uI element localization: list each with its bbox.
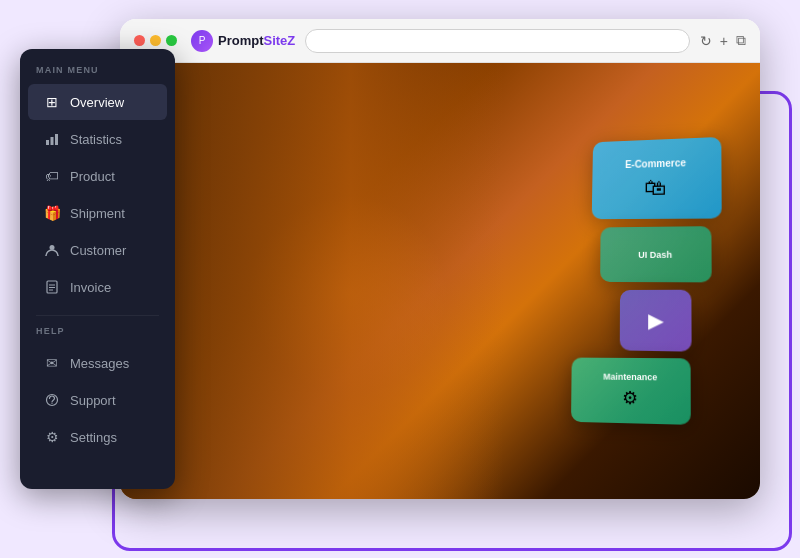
messages-label: Messages <box>70 356 129 371</box>
card-ecommerce: E-Commerce 🛍 <box>592 137 722 219</box>
sidebar-item-invoice[interactable]: Invoice <box>28 269 167 305</box>
sidebar-item-support[interactable]: Support <box>28 382 167 418</box>
card-play: ▶ <box>620 290 692 352</box>
traffic-lights <box>134 35 177 46</box>
overview-label: Overview <box>70 95 124 110</box>
shipment-icon: 🎁 <box>44 205 60 221</box>
hero-image: E-Commerce 🛍 UI Dash ▶ Maintenance ⚙ <box>120 63 760 499</box>
sidebar-item-messages[interactable]: ✉ Messages <box>28 345 167 381</box>
person-silhouette <box>120 63 504 499</box>
sidebar: MAIN MENU ⊞ Overview Statistics 🏷 Produc… <box>20 49 175 489</box>
support-icon <box>44 392 60 408</box>
card-ui-dash: UI Dash <box>600 226 712 282</box>
floating-cards: E-Commerce 🛍 UI Dash ▶ Maintenance ⚙ <box>570 139 720 423</box>
sidebar-item-overview[interactable]: ⊞ Overview <box>28 84 167 120</box>
sidebar-item-statistics[interactable]: Statistics <box>28 121 167 157</box>
close-button[interactable] <box>134 35 145 46</box>
card-maintenance: Maintenance ⚙ <box>571 358 691 425</box>
product-label: Product <box>70 169 115 184</box>
grid-icon: ⊞ <box>44 94 60 110</box>
tabs-icon[interactable]: ⧉ <box>736 32 746 49</box>
browser-content: E-Commerce 🛍 UI Dash ▶ Maintenance ⚙ <box>120 63 760 499</box>
add-tab-icon[interactable]: + <box>720 33 728 49</box>
brand: P PromptSiteZ <box>191 30 295 52</box>
product-icon: 🏷 <box>44 168 60 184</box>
svg-rect-0 <box>46 140 49 145</box>
maintenance-label: Maintenance <box>603 372 657 383</box>
statistics-label: Statistics <box>70 132 122 147</box>
url-bar[interactable] <box>305 29 690 53</box>
shipment-label: Shipment <box>70 206 125 221</box>
browser-actions: ↻ + ⧉ <box>700 32 746 49</box>
svg-point-9 <box>51 403 52 404</box>
bag-icon: 🛍 <box>644 174 666 200</box>
sidebar-item-customer[interactable]: Customer <box>28 232 167 268</box>
sidebar-item-shipment[interactable]: 🎁 Shipment <box>28 195 167 231</box>
minimize-button[interactable] <box>150 35 161 46</box>
main-menu-label: MAIN MENU <box>20 65 175 83</box>
statistics-icon <box>44 131 60 147</box>
svg-rect-1 <box>51 137 54 145</box>
url-input[interactable] <box>316 35 679 47</box>
sidebar-divider <box>36 315 159 316</box>
help-label: HELP <box>20 326 175 344</box>
customer-label: Customer <box>70 243 126 258</box>
invoice-icon <box>44 279 60 295</box>
ecommerce-label: E-Commerce <box>625 157 686 170</box>
sidebar-item-settings[interactable]: ⚙ Settings <box>28 419 167 455</box>
messages-icon: ✉ <box>44 355 60 371</box>
invoice-label: Invoice <box>70 280 111 295</box>
svg-rect-2 <box>55 134 58 145</box>
refresh-icon[interactable]: ↻ <box>700 33 712 49</box>
browser-window: P PromptSiteZ ↻ + ⧉ E-Commerce <box>120 19 760 499</box>
brand-name: PromptSiteZ <box>218 33 295 48</box>
gear-icon: ⚙ <box>622 387 638 409</box>
settings-label: Settings <box>70 430 117 445</box>
support-label: Support <box>70 393 116 408</box>
browser-bar: P PromptSiteZ ↻ + ⧉ <box>120 19 760 63</box>
customer-icon <box>44 242 60 258</box>
play-icon: ▶ <box>648 308 663 333</box>
ui-dash-label: UI Dash <box>638 249 672 259</box>
outer-wrapper: P PromptSiteZ ↻ + ⧉ E-Commerce <box>20 19 780 539</box>
sidebar-item-product[interactable]: 🏷 Product <box>28 158 167 194</box>
maximize-button[interactable] <box>166 35 177 46</box>
settings-icon: ⚙ <box>44 429 60 445</box>
brand-logo: P <box>191 30 213 52</box>
